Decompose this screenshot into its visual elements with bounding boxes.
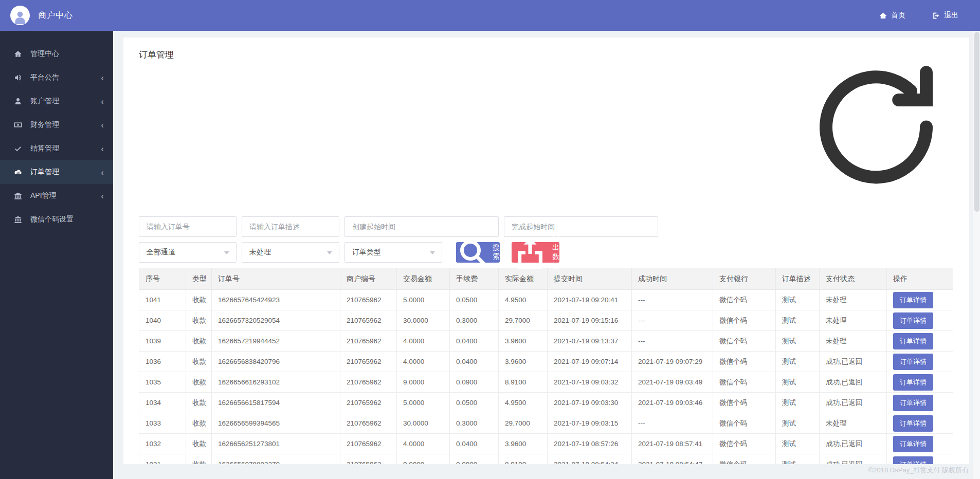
cell-pay-status: 未处理 <box>820 413 887 434</box>
cell-seq: 1039 <box>139 331 186 352</box>
nav-logout[interactable]: 退出 <box>932 11 958 20</box>
cell-bank: 微信个码 <box>713 310 776 331</box>
sign-out-icon <box>932 12 940 20</box>
cell-actual: 3.9600 <box>499 331 548 352</box>
cell-order-no: 1626656078803270 <box>212 454 340 465</box>
column-header: 商户编号 <box>340 268 397 290</box>
order-detail-button[interactable]: 订单详情 <box>893 312 933 329</box>
cell-action: 订单详情 <box>887 454 953 465</box>
cell-amount: 5.0000 <box>397 290 450 310</box>
column-header: 手续费 <box>450 268 499 290</box>
brand: 商户中心 <box>10 6 73 25</box>
orders-table: 序号类型订单号商户编号交易金额手续费实际金额提交时间成功时间支付银行订单描述支付… <box>139 268 953 464</box>
order-detail-button[interactable]: 订单详情 <box>893 374 933 391</box>
cell-desc: 测试 <box>776 372 820 393</box>
cell-success-time: --- <box>632 290 713 310</box>
cell-submit-time: 2021-07-19 09:07:14 <box>548 352 632 372</box>
cell-merchant-no: 210765962 <box>340 434 397 454</box>
cell-type: 收款 <box>186 290 212 310</box>
cell-amount: 4.0000 <box>397 352 450 372</box>
home-icon <box>879 12 887 20</box>
cell-actual: 8.9100 <box>499 454 548 465</box>
cell-action: 订单详情 <box>887 372 953 393</box>
scrollbar-thumb[interactable] <box>974 32 979 212</box>
cell-amount: 9.0000 <box>397 454 450 465</box>
sidebar-item-wechat-code[interactable]: 微信个码设置 <box>0 208 113 231</box>
card-header: 订单管理 <box>139 49 953 204</box>
cell-merchant-no: 210765962 <box>340 331 397 352</box>
cell-pay-status: 未处理 <box>820 310 887 331</box>
cell-amount: 4.0000 <box>397 434 450 454</box>
sidebar-item-finance[interactable]: 财务管理 ‹ <box>0 113 113 137</box>
cell-fee: 0.0500 <box>450 290 499 310</box>
cell-desc: 测试 <box>776 290 820 310</box>
cell-merchant-no: 210765962 <box>340 393 397 413</box>
cell-desc: 测试 <box>776 393 820 413</box>
cell-type: 收款 <box>186 393 212 413</box>
order-no-input[interactable] <box>139 216 237 237</box>
top-nav: 首页 退出 <box>879 11 958 20</box>
bank-icon <box>13 215 23 224</box>
cell-pay-status: 成功,已返回 <box>820 352 887 372</box>
main-content: 订单管理 全部通道 <box>113 31 980 479</box>
export-icon <box>512 234 549 271</box>
cell-pay-status: 成功,已返回 <box>820 372 887 393</box>
cell-seq: 1033 <box>139 413 186 434</box>
cell-submit-time: 2021-07-19 09:13:37 <box>548 331 632 352</box>
order-detail-button[interactable]: 订单详情 <box>893 354 933 370</box>
column-header: 交易金额 <box>397 268 450 290</box>
order-detail-button[interactable]: 订单详情 <box>893 333 933 349</box>
chevron-down-icon <box>327 251 332 254</box>
cell-seq: 1032 <box>139 434 186 454</box>
layout: 管理中心 平台公告 ‹ 账户管理 ‹ 财务管理 ‹ 结算管理 ‹ 订单管理 ‹ … <box>0 31 980 479</box>
status-select[interactable]: 未处理 <box>242 242 339 263</box>
order-detail-button[interactable]: 订单详情 <box>893 456 933 465</box>
cell-bank: 微信个码 <box>713 372 776 393</box>
cell-actual: 29.7000 <box>499 413 548 434</box>
footer-copyright: ©2018 DsPay_打赏支付 版权所有 <box>868 466 969 475</box>
cell-amount: 30.0000 <box>397 310 450 331</box>
table-row: 1036收款16266568384207962107659624.00000.0… <box>139 352 953 372</box>
page-title: 订单管理 <box>139 49 174 61</box>
order-type-select[interactable]: 订单类型 <box>344 242 442 263</box>
order-detail-button[interactable]: 订单详情 <box>893 415 933 432</box>
cell-type: 收款 <box>186 372 212 393</box>
order-detail-button[interactable]: 订单详情 <box>893 395 933 411</box>
cell-success-time: 2021-07-19 09:03:46 <box>632 393 713 413</box>
sidebar-item-dashboard[interactable]: 管理中心 <box>0 42 113 66</box>
cell-submit-time: 2021-07-19 09:15:16 <box>548 310 632 331</box>
chevron-left-icon: ‹ <box>101 192 104 200</box>
cell-type: 收款 <box>186 310 212 331</box>
scrollbar[interactable] <box>973 31 980 479</box>
cell-actual: 4.9500 <box>499 290 548 310</box>
cell-action: 订单详情 <box>887 413 953 434</box>
export-button[interactable]: 导出数据 <box>512 242 559 263</box>
table-row: 1031收款16266560788032702107659629.00000.0… <box>139 454 953 465</box>
cell-seq: 1040 <box>139 310 186 331</box>
search-button[interactable]: 搜索 <box>456 242 500 263</box>
order-desc-input[interactable] <box>242 216 339 237</box>
chevron-down-icon <box>224 251 229 254</box>
sidebar-item-announce[interactable]: 平台公告 ‹ <box>0 66 113 89</box>
column-header: 支付状态 <box>820 268 887 290</box>
nav-home[interactable]: 首页 <box>879 11 905 20</box>
brand-title: 商户中心 <box>38 10 73 21</box>
sidebar-item-accounts[interactable]: 账户管理 ‹ <box>0 89 113 113</box>
cloud-chart-icon <box>13 168 23 176</box>
channel-select[interactable]: 全部通道 <box>139 242 237 263</box>
cell-amount: 5.0000 <box>397 393 450 413</box>
order-detail-button[interactable]: 订单详情 <box>893 292 933 308</box>
table-row: 1032收款16266562512738012107659624.00000.0… <box>139 434 953 454</box>
cell-bank: 微信个码 <box>713 331 776 352</box>
order-detail-button[interactable]: 订单详情 <box>893 436 933 452</box>
create-time-input[interactable] <box>344 216 499 237</box>
sidebar-item-orders[interactable]: 订单管理 ‹ <box>0 160 113 184</box>
refresh-icon[interactable] <box>799 50 953 204</box>
cell-amount: 9.0000 <box>397 372 450 393</box>
column-header: 提交时间 <box>548 268 632 290</box>
home-icon <box>13 50 23 58</box>
sidebar-item-api[interactable]: API管理 ‹ <box>0 184 113 208</box>
filters: 全部通道 未处理 订单类型 搜索 <box>139 216 953 263</box>
sidebar-item-settlement[interactable]: 结算管理 ‹ <box>0 137 113 160</box>
table-row: 1033收款162665659939456521076596230.00000.… <box>139 413 953 434</box>
